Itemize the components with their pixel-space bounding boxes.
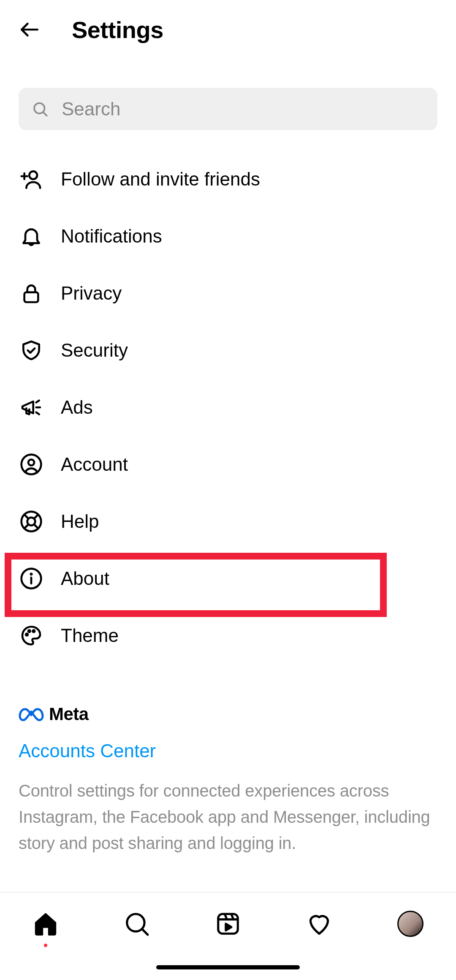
menu-label: Notifications <box>61 226 162 247</box>
menu-item-ads[interactable]: Ads <box>0 379 456 436</box>
home-indicator[interactable] <box>156 965 300 969</box>
menu-item-about[interactable]: About <box>0 550 456 607</box>
lock-icon <box>19 281 44 306</box>
meta-description: Control settings for connected experienc… <box>19 778 437 856</box>
meta-section: Meta Accounts Center Control settings fo… <box>0 664 456 856</box>
lifebuoy-icon <box>19 509 44 534</box>
back-arrow-icon <box>18 18 41 41</box>
avatar <box>397 911 423 937</box>
nav-home[interactable] <box>0 893 91 955</box>
svg-line-2 <box>43 112 47 116</box>
person-add-icon <box>19 167 44 192</box>
menu-item-notifications[interactable]: Notifications <box>0 207 456 265</box>
bottom-nav <box>0 892 456 955</box>
svg-rect-6 <box>24 292 38 302</box>
home-icon <box>33 911 59 937</box>
menu-label: Ads <box>61 397 93 418</box>
menu-item-security[interactable]: Security <box>0 322 456 379</box>
svg-line-7 <box>36 400 39 402</box>
menu-item-account[interactable]: Account <box>0 436 456 493</box>
page-title: Settings <box>72 16 163 44</box>
svg-point-21 <box>26 633 28 636</box>
heart-icon <box>306 911 332 937</box>
menu-item-follow-invite[interactable]: Follow and invite friends <box>0 150 456 207</box>
menu-label: Follow and invite friends <box>61 169 260 190</box>
info-icon <box>19 566 44 591</box>
svg-point-11 <box>28 459 34 465</box>
svg-line-15 <box>34 514 38 518</box>
svg-point-23 <box>33 630 35 632</box>
svg-point-20 <box>31 573 32 574</box>
bell-icon <box>19 224 44 249</box>
back-button[interactable] <box>13 13 46 46</box>
search-input[interactable] <box>62 98 425 120</box>
menu-label: Account <box>61 454 128 475</box>
svg-point-3 <box>29 171 37 179</box>
bottom-nav-container <box>0 892 456 980</box>
svg-rect-26 <box>218 914 238 934</box>
svg-line-25 <box>142 929 148 934</box>
reels-icon <box>215 911 241 937</box>
search-icon <box>31 100 49 118</box>
svg-line-14 <box>24 514 28 518</box>
menu-item-help[interactable]: Help <box>0 493 456 550</box>
accounts-center-link[interactable]: Accounts Center <box>19 740 156 762</box>
search-box[interactable] <box>19 88 437 130</box>
nav-home-dot <box>44 944 47 947</box>
settings-menu: Follow and invite friends Notifications … <box>0 130 456 664</box>
meta-brand-text: Meta <box>49 704 89 724</box>
svg-point-22 <box>28 630 30 632</box>
nav-activity[interactable] <box>274 893 365 955</box>
nav-reels[interactable] <box>182 893 274 955</box>
svg-line-17 <box>24 524 28 528</box>
menu-label: Theme <box>61 625 119 646</box>
home-indicator-area <box>0 955 456 980</box>
svg-line-9 <box>36 412 39 414</box>
svg-marker-30 <box>226 924 231 931</box>
search-icon <box>124 911 150 937</box>
header: Settings <box>0 0 456 59</box>
nav-profile[interactable] <box>365 893 456 955</box>
menu-label: Help <box>61 511 99 532</box>
meta-infinity-icon <box>19 705 44 723</box>
nav-search[interactable] <box>91 893 182 955</box>
menu-label: About <box>61 568 109 589</box>
menu-item-privacy[interactable]: Privacy <box>0 265 456 322</box>
user-circle-icon <box>19 452 44 477</box>
menu-label: Security <box>61 340 128 361</box>
menu-item-theme[interactable]: Theme <box>0 607 456 664</box>
svg-line-16 <box>34 524 38 528</box>
menu-label: Privacy <box>61 283 122 304</box>
shield-check-icon <box>19 338 44 363</box>
meta-logo: Meta <box>19 704 437 724</box>
palette-icon <box>19 623 44 648</box>
megaphone-icon <box>19 395 44 420</box>
search-container <box>0 59 456 130</box>
